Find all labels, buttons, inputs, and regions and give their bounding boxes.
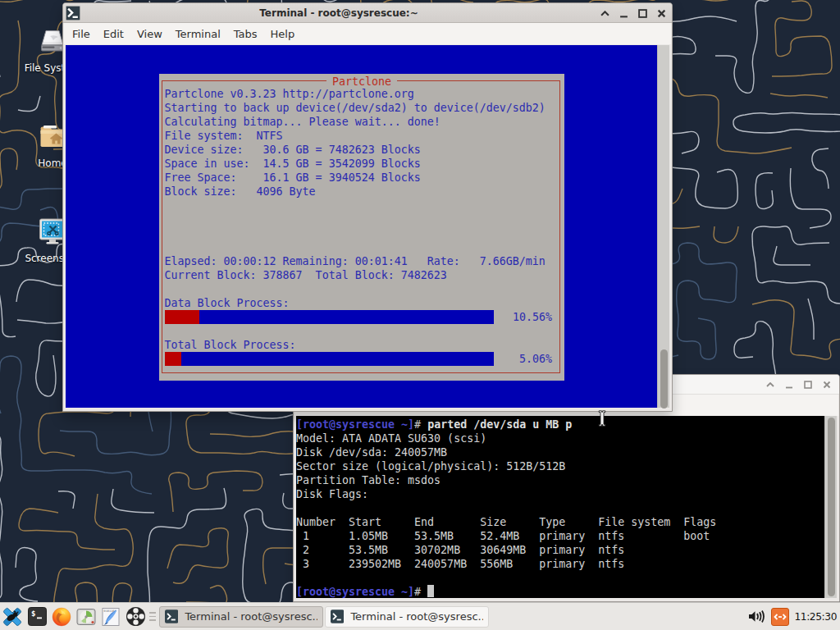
network-icon[interactable] [771, 608, 789, 626]
window-title: Terminal - root@sysrescue:~ [80, 7, 598, 19]
gparted-launcher[interactable] [74, 605, 98, 629]
applications-menu-icon [2, 606, 23, 628]
titlebar[interactable]: Terminal - root@sysrescue:~ [63, 3, 672, 23]
maximize-button[interactable] [798, 375, 817, 395]
reel-icon [126, 606, 146, 627]
menu-file[interactable]: File [66, 25, 97, 43]
table-row: 3 239502MB 240057MB 556MB primary ntfs [296, 557, 716, 571]
svg-text:$: $ [31, 609, 35, 618]
firefox-icon [52, 607, 71, 627]
taskbar: $ 0101101 [0, 602, 840, 630]
terminal-window-icon [66, 6, 80, 21]
table-header: Number Start End Size Type File system F… [296, 515, 716, 529]
taskbar-button-label: Terminal - root@sysresc... [185, 610, 317, 623]
mouse-cursor-ibeam [597, 410, 607, 427]
data-bar-label: Data Block Process: [165, 296, 290, 310]
scrollbar-thumb[interactable] [828, 418, 835, 596]
taskbar-button-label: Terminal - root@sysresc... [350, 610, 483, 623]
menu-help[interactable]: Help [264, 25, 302, 43]
menu-terminal[interactable]: Terminal [169, 25, 227, 43]
firefox-launcher[interactable] [49, 605, 74, 629]
terminal-launcher[interactable]: $ [25, 605, 49, 629]
close-button[interactable] [817, 375, 836, 395]
terminal-window-icon [165, 609, 178, 623]
reel-launcher[interactable] [123, 605, 148, 629]
partclone-info: Partclone v0.3.23 http://partclone.org S… [165, 87, 546, 199]
output-line: Sector size (logical/physical): 512B/512… [296, 459, 716, 473]
terminal-window-icon [331, 609, 344, 623]
volume-icon[interactable] [748, 609, 766, 623]
partclone-progress-stats: Elapsed: 00:00:12 Remaining: 00:01:41 Ra… [165, 254, 546, 282]
scrollbar[interactable] [824, 416, 837, 598]
shade-button[interactable] [596, 3, 614, 23]
featherpad-icon: 0101101 [101, 607, 121, 627]
close-button[interactable] [652, 3, 671, 23]
terminal-launcher-icon: $ [28, 607, 47, 626]
panel-separator-handle[interactable] [149, 608, 156, 626]
terminal-cursor [427, 585, 434, 597]
menu-view[interactable]: View [130, 25, 169, 43]
data-progress-percent: 10.56% [165, 310, 552, 324]
shell-prompt-line: [root@sysrescue ~]# [296, 585, 716, 599]
scrollbar-thumb[interactable] [660, 349, 668, 409]
menu-tabs[interactable]: Tabs [227, 25, 264, 43]
gparted-icon [76, 607, 96, 627]
terminal-screen[interactable]: Partclone Partclone v0.3.23 http://partc… [66, 45, 669, 408]
applications-menu-button[interactable] [0, 605, 25, 629]
maximize-button[interactable] [633, 3, 652, 23]
output-line: Partition Table: msdos [296, 473, 716, 487]
table-row: 1 1.05MB 53.5MB 52.4MB primary ntfs boot [296, 529, 716, 543]
partclone-dialog: Partclone Partclone v0.3.23 http://partc… [159, 74, 564, 381]
featherpad-launcher[interactable]: 0101101 [98, 605, 123, 629]
table-row: 2 53.5MB 30702MB 30649MB primary ntfs [296, 543, 716, 557]
minimize-button[interactable] [614, 3, 633, 23]
output-line: Disk Flags: [296, 487, 716, 501]
output-line: Model: ATA ADATA SU630 (scsi) [296, 431, 716, 445]
taskbar-button-terminal-1[interactable]: Terminal - root@sysresc... [159, 606, 323, 628]
clock: 11:25:30 [794, 611, 837, 623]
shell-line: [root@sysrescue ~]# parted /dev/sda u MB… [296, 418, 716, 431]
minimize-button[interactable] [779, 375, 798, 395]
menu-edit[interactable]: Edit [97, 25, 130, 43]
terminal-window-partclone: Terminal - root@sysrescue:~ File Edit Vi… [62, 2, 673, 412]
total-bar-label: Total Block Process: [165, 338, 296, 352]
total-progress-percent: 5.06% [165, 352, 552, 366]
shade-button[interactable] [760, 375, 779, 395]
terminal-screen[interactable]: [root@sysrescue ~]# parted /dev/sda u MB… [296, 416, 837, 598]
menubar: File Edit View Terminal Tabs Help [64, 23, 671, 44]
taskbar-button-terminal-2[interactable]: Terminal - root@sysresc... [325, 606, 489, 628]
output-line: Disk /dev/sda: 240057MB [296, 445, 716, 459]
scrollbar[interactable] [657, 45, 669, 408]
